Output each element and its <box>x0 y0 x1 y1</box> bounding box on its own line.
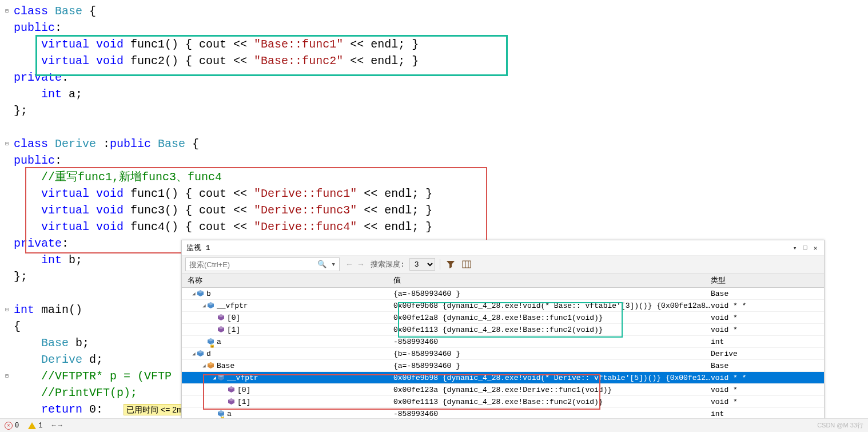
nav-right-icon[interactable]: → <box>58 422 62 430</box>
code-line[interactable]: virtual void func2() { cout << "Base::fu… <box>0 53 868 69</box>
cell-value: {a=-858993460 } <box>393 362 711 370</box>
depth-select[interactable]: 3 <box>409 258 435 271</box>
watch-rows: ◢b{a=-858993460 }Base◢__vfptr0x00fe9b68 … <box>182 288 824 432</box>
chevron-down-icon[interactable]: ◢ <box>211 375 218 381</box>
maximize-icon[interactable]: □ <box>801 244 809 252</box>
token-ident: func1 <box>124 38 165 51</box>
var-name: [0] <box>237 386 250 394</box>
cell-type: Derive <box>711 350 824 358</box>
token-punct: << <box>226 220 254 233</box>
var-name: [1] <box>227 326 240 334</box>
code-line[interactable] <box>0 119 868 136</box>
token-kw: private <box>14 71 62 84</box>
token-type: Derive <box>41 353 82 366</box>
token-ident: cout <box>199 220 226 233</box>
chevron-down-icon[interactable]: ◢ <box>190 291 197 297</box>
code-line[interactable]: public: <box>0 19 868 36</box>
cell-name: ◢__vfptr <box>182 302 393 310</box>
token-punct: << <box>226 38 254 51</box>
token-str: "Base::func2" <box>254 54 343 68</box>
search-icon[interactable]: 🔍 ▾ <box>314 260 339 269</box>
watch-row[interactable]: [1]0x00fe1113 {dynamic_4_28.exe!Base::fu… <box>182 324 824 336</box>
watch-row[interactable]: 🔒a-858993460int <box>182 336 824 348</box>
fold-icon[interactable]: ⊟ <box>0 136 14 152</box>
token-kw: public <box>14 21 55 34</box>
fold-icon[interactable]: ⊟ <box>0 302 14 318</box>
col-header-value[interactable]: 值 <box>393 275 711 286</box>
token-punct: () <box>69 303 82 316</box>
code-line[interactable]: ⊟class Derive :public Base { <box>0 136 868 152</box>
token-kw: virtual <box>41 38 96 51</box>
watch-row[interactable]: [0]0x00fe12a8 {dynamic_4_28.exe!Base::fu… <box>182 312 824 324</box>
watch-row[interactable]: [0]0x00fe123a {dynamic_4_28.exe!Derive::… <box>182 384 824 396</box>
watch-row[interactable]: ◢__vfptr0x00fe9b68 {dynamic_4_28.exe!voi… <box>182 300 824 312</box>
code-line[interactable]: int a; <box>0 86 868 102</box>
watch-column-headers: 名称 值 类型 <box>182 274 824 288</box>
cube-orange-icon <box>208 362 214 369</box>
token-punct: () { <box>165 187 199 200</box>
cell-value: {a=-858993460 } <box>393 290 711 298</box>
code-line[interactable]: virtual void func1() { cout << "Base::fu… <box>0 36 868 53</box>
token-kw: public <box>110 137 158 150</box>
chevron-down-icon[interactable]: ◢ <box>201 363 208 369</box>
fold-icon[interactable]: ⊟ <box>0 368 14 385</box>
code-line[interactable]: }; <box>0 102 868 119</box>
code-line[interactable]: virtual void func1() { cout << "Derive::… <box>0 185 868 202</box>
token-punct: ; } <box>412 220 432 233</box>
dropdown-icon[interactable]: ▾ <box>791 244 799 252</box>
token-punct: ; } <box>398 54 419 68</box>
nav-left-icon[interactable]: ← <box>51 422 55 430</box>
search-next-button[interactable]: → <box>356 259 366 269</box>
cell-type: void * <box>711 314 824 322</box>
status-errors[interactable]: ✕ 0 <box>5 422 19 430</box>
token-punct: << <box>343 54 371 68</box>
token-punct: { <box>82 5 96 18</box>
token-ident: func4 <box>124 220 165 233</box>
columns-icon[interactable] <box>461 259 472 270</box>
watch-row[interactable]: ◢d{b=-858993460 }Derive <box>182 348 824 360</box>
cube-blue-icon <box>197 290 204 297</box>
fold-icon[interactable]: ⊟ <box>0 3 14 19</box>
cell-value: -858993460 <box>393 338 711 346</box>
cell-name: ◢b <box>182 290 393 298</box>
svg-rect-0 <box>463 261 471 268</box>
code-line[interactable]: virtual void func3() { cout << "Derive::… <box>0 202 868 219</box>
filter-icon[interactable] <box>445 259 456 270</box>
var-name: __vfptr <box>227 374 258 382</box>
token-ident: endl <box>384 204 412 217</box>
token-punct: ; } <box>412 187 432 200</box>
cell-name: [0] <box>182 386 393 394</box>
var-name: b <box>206 290 211 298</box>
search-input-wrap: 🔍 ▾ <box>185 257 340 271</box>
code-line[interactable]: virtual void func4() { cout << "Derive::… <box>0 219 868 235</box>
watch-row[interactable]: ◢__vfptr0x00fe9b98 {dynamic_4_28.exe!voi… <box>182 372 824 384</box>
status-warnings[interactable]: 1 <box>28 422 42 430</box>
token-type: Derive <box>55 137 96 150</box>
token-ident: endl <box>371 38 398 51</box>
cell-value: 0x00fe9b68 {dynamic_4_28.exe!void(* Base… <box>393 302 711 310</box>
var-name: a <box>217 338 221 346</box>
watch-row[interactable]: ◢Base{a=-858993460 }Base <box>182 360 824 372</box>
code-line[interactable]: //重写func1,新增func3、func4 <box>0 169 868 185</box>
watch-title-bar[interactable]: 监视 1 ▾ □ ✕ <box>182 240 824 256</box>
token-kw: void <box>96 220 124 233</box>
cube-lock-icon: 🔒 <box>218 410 225 417</box>
col-header-name[interactable]: 名称 <box>182 275 393 286</box>
watermark-text: CSDN @M 33行 <box>817 421 863 430</box>
chevron-down-icon[interactable]: ◢ <box>201 303 208 309</box>
search-input[interactable] <box>186 259 314 270</box>
search-prev-button[interactable]: ← <box>344 259 355 269</box>
watch-row[interactable]: ◢b{a=-858993460 }Base <box>182 288 824 300</box>
close-icon[interactable]: ✕ <box>811 244 819 252</box>
watch-row[interactable]: [1]0x00fe1113 {dynamic_4_28.exe!Base::fu… <box>182 396 824 408</box>
token-punct: << <box>343 38 371 51</box>
chevron-down-icon[interactable]: ◢ <box>190 351 197 357</box>
code-line[interactable]: ⊟class Base { <box>0 3 868 19</box>
token-kw: void <box>96 187 124 200</box>
col-header-type[interactable]: 类型 <box>711 275 824 286</box>
code-line[interactable]: public: <box>0 152 868 169</box>
token-kw: virtual <box>41 54 96 68</box>
code-line[interactable]: private: <box>0 69 868 86</box>
status-nav[interactable]: ← → <box>51 422 62 430</box>
token-punct: }; <box>14 270 27 283</box>
